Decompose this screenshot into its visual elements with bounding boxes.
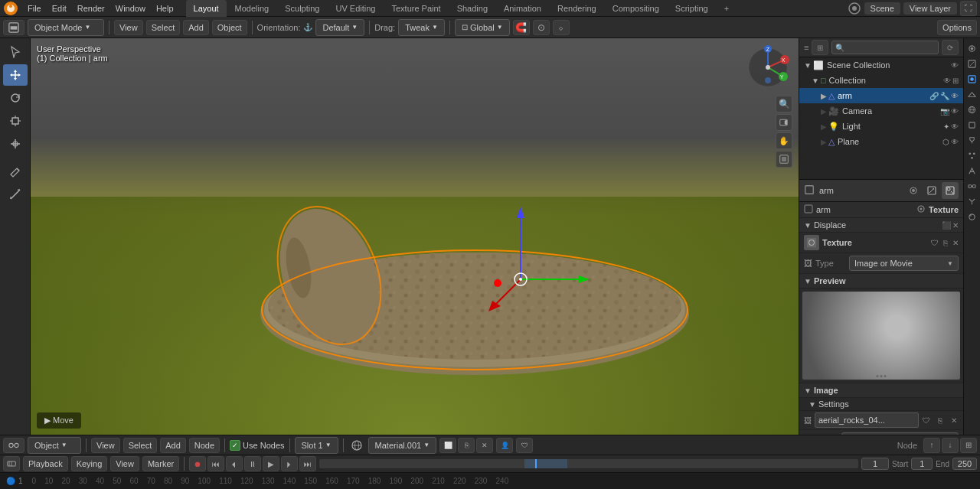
preview-header[interactable]: ▼ Preview [799,274,963,289]
side-icon-render[interactable] [965,41,979,55]
annotate-tool[interactable] [3,161,28,182]
mat-icon-shield[interactable]: 🛡 [516,438,533,453]
arm-expand[interactable]: ▶ [821,92,827,100]
side-icon-data[interactable] [965,194,979,208]
mode-selector[interactable]: Object Mode ▼ [28,19,104,36]
material-selector[interactable]: Material.001 ▼ [368,437,436,454]
node-editor-type[interactable] [3,438,24,453]
orientation-selector[interactable]: Default ▼ [315,19,364,36]
light-expand[interactable]: ▶ [821,122,827,131]
record-btn[interactable]: ⏺ [189,456,206,471]
tab-animation[interactable]: Animation [496,0,549,17]
plane-expand[interactable]: ▶ [821,138,827,146]
col-camera[interactable]: ⊞ [952,77,959,85]
img-name-shield[interactable]: 🛡 [920,414,933,426]
side-icon-physics[interactable] [965,164,979,178]
fullscreen-btn[interactable]: ⛶ [960,1,977,16]
next-frame-btn[interactable]: ⏵ [281,456,298,471]
col-eye[interactable]: 👁 [943,77,951,85]
pan-btn[interactable]: ✋ [776,132,792,149]
cam-eye[interactable]: 👁 [951,107,959,116]
object-menu[interactable]: Object [212,20,247,35]
rotate-tool[interactable] [3,87,28,109]
tab-sculpting[interactable]: Sculpting [277,0,327,17]
tab-add[interactable]: + [717,0,737,17]
end-frame-input[interactable]: 250 [952,458,977,470]
side-icon-particles[interactable] [965,148,979,162]
displace-arrow-icon[interactable]: ▼ [804,221,812,230]
editor-type-btn[interactable] [3,20,24,35]
arm-constraint[interactable]: 🔗 [929,92,939,100]
side-icon-view[interactable] [965,72,979,86]
side-icon-modifier[interactable] [965,133,979,147]
node-add-menu[interactable]: Add [160,438,186,453]
select-menu[interactable]: Select [146,20,181,35]
tex-shield-icon[interactable]: 🛡 [931,239,939,247]
cam-expand[interactable]: ▶ [821,107,827,116]
move-tool[interactable] [3,64,28,86]
add-menu[interactable]: Add [183,20,209,35]
tab-modeling[interactable]: Modeling [227,0,277,17]
menu-edit[interactable]: Edit [47,2,71,15]
mat-icon2[interactable]: ⎘ [458,438,475,453]
menu-window[interactable]: Window [111,2,150,15]
mat-icon3[interactable]: ✕ [476,438,493,453]
props-output-icon[interactable] [923,182,940,199]
drag-selector[interactable]: Tweak ▼ [398,19,445,36]
transform-tool[interactable] [3,133,28,155]
snap-type-btn[interactable]: ⬦ [553,20,570,35]
tab-layout[interactable]: Layout [186,0,227,17]
camera-view-btn[interactable] [776,114,792,131]
side-icon-object[interactable] [965,118,979,132]
outliner-sync[interactable]: ⟳ [942,40,959,55]
tab-rendering[interactable]: Rendering [550,0,604,17]
view-all-btn[interactable] [776,151,792,168]
skip-end-btn[interactable]: ⏭ [299,456,316,471]
type-dropdown[interactable]: Image or Movie ▼ [849,256,959,271]
outliner-search[interactable]: 🔍 [831,41,939,54]
displace-action1[interactable]: ⬛ [942,221,951,230]
light-eye[interactable]: 👁 [951,122,959,131]
outliner-item-light[interactable]: ▶ 💡 Light ✦ 👁 [799,119,963,134]
node-mode-selector[interactable]: Object ▼ [28,437,81,454]
viewport-gizmo[interactable]: X Y Z [745,44,791,90]
outliner-item-camera[interactable]: ▶ 🎥 Camera 📷 👁 [799,103,963,119]
marker-menu[interactable]: Marker [142,456,179,471]
start-frame-input[interactable]: 1 [911,458,933,470]
displace-action2[interactable]: ✕ [952,221,959,230]
scene-selector[interactable]: Scene [864,2,900,15]
node-node-menu[interactable]: Node [189,438,220,453]
menu-help[interactable]: Help [152,2,178,15]
view-menu[interactable]: View [114,20,143,35]
playback-menu[interactable]: Playback [23,456,68,471]
side-icon-world[interactable] [965,103,979,116]
outliner-filter[interactable]: ⊞ [812,40,828,55]
zoom-down-icon[interactable]: ↓ [942,438,959,453]
transform-btn[interactable]: ⊡ Global ▼ [455,19,510,36]
options-btn[interactable]: Options [937,20,977,35]
col-arrow[interactable]: ▼ [812,77,819,85]
tab-compositing[interactable]: Compositing [605,0,667,17]
keying-menu[interactable]: Keying [71,456,108,471]
mat-icon1[interactable]: ⬜ [439,438,456,453]
play-btn[interactable]: ▶ [263,456,279,471]
side-icon-output[interactable] [965,57,979,70]
zoom-btn[interactable]: 🔍 [776,96,792,112]
snap-btn[interactable]: 🧲 [513,20,530,35]
arm-eye[interactable]: 👁 [951,92,959,100]
menu-file[interactable]: File [23,2,46,15]
preview-resize[interactable] [877,375,887,380]
scene-col-arrow[interactable]: ▼ [804,61,812,70]
img-name-copy[interactable]: ⎘ [934,414,946,426]
image-name-field[interactable]: aerial_rocks_04... [815,412,919,428]
outliner-item-plane[interactable]: ▶ △ Plane ⬡ 👁 [799,134,963,149]
arm-modifier[interactable]: 🔧 [940,92,949,100]
node-view-menu[interactable]: View [91,438,120,453]
skip-start-btn[interactable]: ⏮ [207,456,224,471]
slot-selector[interactable]: Slot 1 ▼ [295,437,338,454]
tex-copy-icon[interactable]: ⎘ [943,239,948,247]
props-texture-icon[interactable] [942,182,959,199]
view-layer-selector[interactable]: View Layer [903,2,957,15]
side-icon-material[interactable] [965,210,979,223]
outliner-item-arm[interactable]: ▶ △ arm 🔗 🔧 👁 [799,88,963,103]
